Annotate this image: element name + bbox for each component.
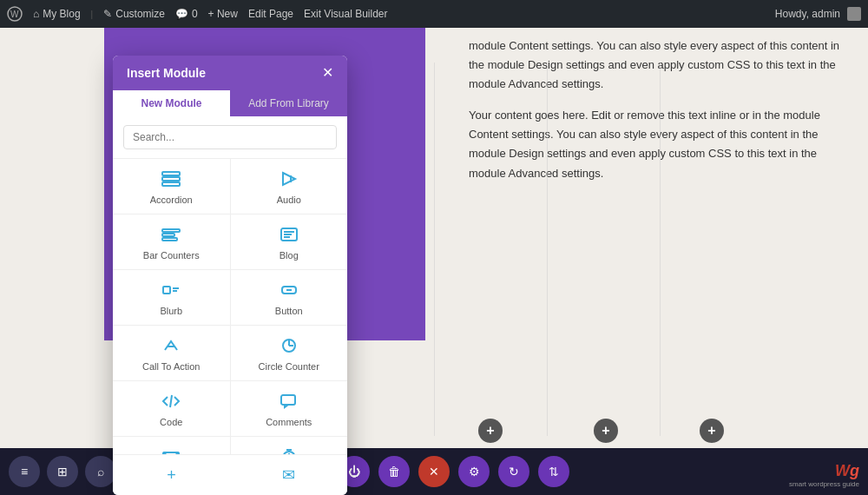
svg-rect-4: [162, 182, 180, 186]
admin-avatar[interactable]: [847, 7, 861, 21]
wooglossy-logo: Wg smart wordpress guide: [789, 462, 859, 488]
toolbar-sort-btn[interactable]: ⇅: [538, 456, 569, 487]
col-separator-3: [660, 63, 661, 436]
wp-logo[interactable]: W: [7, 6, 23, 22]
howdy-text: Howdy, admin: [775, 8, 840, 20]
plus-button-col3[interactable]: +: [700, 419, 724, 443]
modal-header: Insert Module ✕: [113, 56, 347, 90]
contact-form-icon: [161, 449, 181, 454]
bar-counters-icon: [161, 227, 181, 245]
toolbar-close-btn[interactable]: ✕: [418, 456, 450, 487]
sep1: |: [91, 10, 94, 19]
comments-label: Comments: [266, 417, 312, 427]
col-separator-1: [434, 63, 435, 436]
blog-icon: [279, 227, 299, 245]
toolbar-settings-btn[interactable]: ⚙: [458, 456, 490, 487]
modal-title: Insert Module: [127, 66, 206, 80]
code-label: Code: [160, 417, 182, 427]
svg-rect-3: [162, 177, 180, 181]
accordion-icon: [161, 171, 181, 189]
col-separator-2: [547, 63, 548, 436]
module-blog[interactable]: Blog: [231, 214, 348, 269]
module-code[interactable]: Code: [113, 381, 230, 436]
bar-counters-label: Bar Counters: [143, 250, 200, 261]
plus-button-col1[interactable]: +: [478, 419, 503, 443]
content-area: module Content settings. You can also st…: [443, 28, 868, 452]
module-bar-counters[interactable]: Bar Counters: [113, 214, 230, 269]
audio-icon: [279, 171, 299, 189]
module-search-input[interactable]: [123, 125, 337, 149]
content-para-2: Your content goes here. Edit or remove t…: [469, 106, 842, 182]
plus-button-col2[interactable]: +: [594, 419, 618, 443]
accordion-label: Accordion: [150, 195, 193, 205]
wooglossy-text: Wg: [835, 462, 859, 480]
modal-add-button[interactable]: +: [113, 455, 230, 495]
admin-bar: W ⌂ My Blog | ✎ Customize 💬 0 + New Edit…: [0, 0, 868, 28]
toolbar-delete-btn[interactable]: 🗑: [378, 456, 410, 487]
svg-line-21: [170, 395, 172, 407]
blurb-icon: [161, 282, 181, 300]
blog-label: Blog: [279, 250, 299, 261]
countdown-icon: [279, 449, 299, 454]
blurb-label: Blurb: [160, 306, 182, 316]
toolbar-grid-btn[interactable]: ⊞: [47, 456, 78, 487]
comments-icon: [279, 393, 299, 412]
wooglossy-tagline: smart wordpress guide: [789, 480, 859, 488]
svg-rect-9: [162, 238, 177, 241]
module-audio[interactable]: Audio: [231, 159, 348, 214]
button-icon: [279, 282, 299, 300]
cta-icon: [161, 338, 181, 356]
button-label: Button: [275, 306, 303, 316]
module-grid: Accordion Audio Bar Counters: [113, 159, 347, 454]
toolbar-search-btn[interactable]: ⌕: [85, 456, 116, 487]
new-link[interactable]: + New: [208, 8, 238, 20]
comments-link[interactable]: 💬 0: [175, 8, 198, 20]
module-blurb[interactable]: Blurb: [113, 270, 230, 325]
modal-close-button[interactable]: ✕: [322, 66, 333, 80]
toolbar-menu-btn[interactable]: ≡: [9, 456, 40, 487]
module-contact-form[interactable]: Contact Form: [113, 437, 230, 454]
circle-counter-icon: [279, 338, 299, 356]
svg-marker-5: [283, 173, 295, 185]
insert-module-modal: Insert Module ✕ New Module Add From Libr…: [113, 56, 347, 495]
edit-page-link[interactable]: Edit Page: [248, 8, 293, 20]
svg-rect-2: [162, 172, 180, 175]
module-comments[interactable]: Comments: [231, 381, 348, 436]
cta-label: Call To Action: [142, 361, 200, 372]
modal-tabs: New Module Add From Library: [113, 90, 347, 116]
modal-bottom-bar: + ✉: [113, 454, 347, 495]
svg-rect-14: [163, 287, 170, 294]
module-countdown[interactable]: Countdown Timer: [231, 437, 348, 454]
modal-search-container: [113, 116, 347, 159]
admin-bar-right: Howdy, admin: [775, 7, 861, 21]
circle-counter-label: Circle Counter: [259, 361, 319, 372]
svg-rect-7: [162, 229, 180, 232]
customize-link[interactable]: ✎ Customize: [103, 8, 165, 20]
modal-email-button[interactable]: ✉: [230, 455, 347, 495]
svg-rect-8: [162, 234, 174, 236]
exit-vb-link[interactable]: Exit Visual Builder: [304, 8, 388, 20]
svg-text:W: W: [10, 10, 19, 19]
myblog-link[interactable]: ⌂ My Blog: [33, 8, 81, 20]
toolbar-refresh-btn[interactable]: ↻: [498, 456, 529, 487]
content-para-1: module Content settings. You can also st…: [469, 36, 842, 94]
module-accordion[interactable]: Accordion: [113, 159, 230, 214]
module-button[interactable]: Button: [231, 270, 348, 325]
page-content: ● ▬▬▬▬ module Content settings. You can …: [0, 28, 868, 495]
code-icon: [161, 393, 181, 412]
tab-add-from-library[interactable]: Add From Library: [230, 90, 347, 116]
tab-new-module[interactable]: New Module: [113, 90, 230, 116]
svg-rect-22: [281, 395, 295, 405]
module-circle-counter[interactable]: Circle Counter: [231, 326, 348, 380]
audio-label: Audio: [277, 195, 301, 205]
module-cta[interactable]: Call To Action: [113, 326, 230, 380]
